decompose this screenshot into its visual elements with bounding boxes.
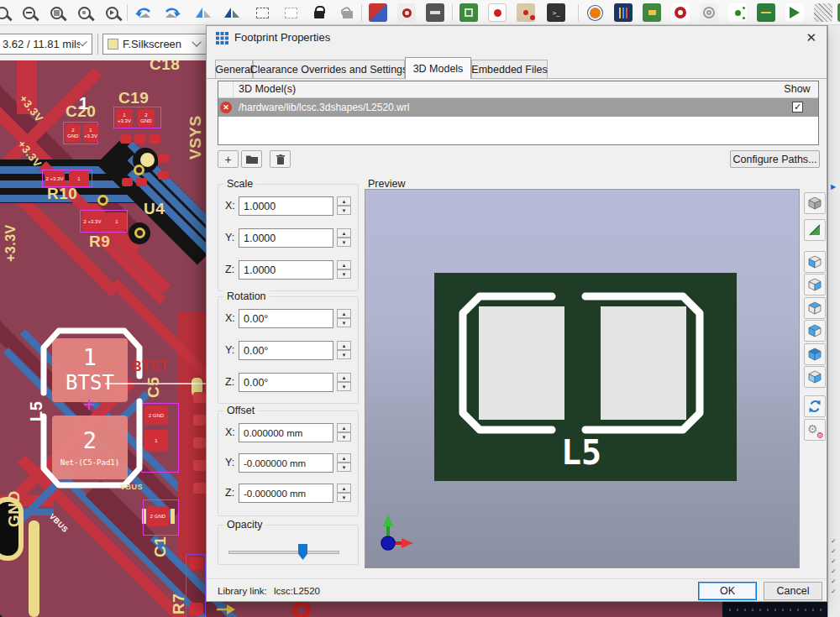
axis-label: Y: bbox=[225, 344, 234, 356]
tab-general[interactable]: General bbox=[215, 60, 253, 79]
model-row[interactable]: ✕ /hardware/lib/lcsc.3dshapes/L2520.wrl … bbox=[218, 98, 818, 117]
tab-embedded-files[interactable]: Embedded Files bbox=[471, 60, 548, 79]
wheel-icon[interactable] bbox=[669, 2, 692, 24]
view-front-button[interactable] bbox=[804, 297, 826, 319]
view-orient-button[interactable] bbox=[804, 192, 826, 214]
cancel-button[interactable]: Cancel bbox=[764, 582, 822, 600]
mesh-icon[interactable] bbox=[811, 2, 835, 24]
spin-up-button[interactable]: ▲ bbox=[337, 423, 351, 432]
ok-button[interactable]: OK bbox=[698, 582, 757, 600]
pcb-edit-icon[interactable] bbox=[457, 2, 480, 24]
tab-pane-line bbox=[207, 78, 827, 79]
preview-3d-viewport[interactable]: L5 bbox=[365, 189, 800, 568]
net-tree-icon[interactable] bbox=[726, 2, 749, 24]
ungroup-icon[interactable] bbox=[279, 2, 302, 24]
blender-icon[interactable] bbox=[583, 2, 606, 24]
spin-down-button[interactable]: ▼ bbox=[337, 318, 351, 327]
terminal-icon[interactable]: >_ bbox=[544, 2, 568, 24]
lock-icon[interactable] bbox=[307, 2, 331, 24]
net-label: VSYS bbox=[186, 115, 205, 159]
pad bbox=[122, 178, 133, 186]
spin-up-button[interactable]: ▲ bbox=[337, 309, 351, 318]
refresh-preview-button[interactable] bbox=[804, 395, 826, 417]
spin-up-button[interactable]: ▲ bbox=[337, 484, 351, 493]
zoom-objects-icon[interactable] bbox=[72, 2, 96, 24]
spin-up-button[interactable]: ▲ bbox=[337, 453, 351, 463]
scale-y-input[interactable]: 1.0000 bbox=[239, 228, 333, 248]
pad bbox=[189, 603, 203, 615]
spin-down-button[interactable]: ▼ bbox=[337, 238, 351, 247]
spin-down-button[interactable]: ▼ bbox=[337, 269, 351, 279]
track-width-select[interactable]: 3.62 / 11.81 mils) bbox=[0, 34, 92, 55]
opacity-slider-handle[interactable] bbox=[298, 544, 307, 560]
pad bbox=[136, 178, 147, 186]
render-settings-icon[interactable] bbox=[612, 2, 635, 24]
zoom-out-icon[interactable] bbox=[17, 2, 40, 24]
flip-board-icon[interactable] bbox=[220, 2, 244, 24]
view-back-button[interactable] bbox=[804, 320, 826, 342]
view-bottom-button[interactable] bbox=[804, 366, 826, 388]
show-checkbox[interactable]: ✓ bbox=[792, 102, 803, 112]
autoroute-icon[interactable] bbox=[514, 2, 538, 24]
axis-label: Y: bbox=[225, 457, 234, 468]
missing-model-icon: ✕ bbox=[220, 102, 232, 113]
configure-paths-button[interactable]: Configure Paths... bbox=[730, 150, 820, 168]
add-model-button[interactable]: + bbox=[218, 150, 239, 168]
spin-down-button[interactable]: ▼ bbox=[337, 206, 351, 215]
layer-value: F.Silkscreen bbox=[123, 38, 181, 50]
view-right-button[interactable] bbox=[804, 274, 826, 295]
redo-icon[interactable] bbox=[160, 2, 184, 24]
pcb-pad-ring bbox=[292, 601, 311, 617]
spin-down-button[interactable]: ▼ bbox=[337, 382, 351, 391]
spin-up-button[interactable]: ▲ bbox=[337, 196, 351, 206]
spin-up-button[interactable]: ▲ bbox=[337, 373, 351, 382]
zoom-in-icon[interactable] bbox=[0, 2, 13, 24]
spin-up-button[interactable]: ▲ bbox=[337, 260, 351, 269]
tab-3d-models[interactable]: 3D Models bbox=[405, 57, 471, 79]
board-body-toggle-button[interactable] bbox=[804, 219, 826, 241]
coil-icon[interactable] bbox=[697, 2, 721, 24]
print-icon[interactable] bbox=[423, 2, 447, 24]
plugin-extra-icon[interactable] bbox=[835, 2, 840, 24]
offset-y-input[interactable]: -0.000000 mm bbox=[239, 453, 333, 473]
dialog-titlebar[interactable]: Footprint Properties ✕ bbox=[207, 26, 827, 50]
spin-up-button[interactable]: ▲ bbox=[337, 341, 351, 350]
rotation-y-input[interactable]: 0.00° bbox=[239, 341, 333, 360]
via-tool-icon[interactable] bbox=[395, 2, 418, 24]
scale-x-input[interactable]: 1.0000 bbox=[239, 196, 333, 216]
ref-label: R10 bbox=[47, 185, 77, 203]
horn-icon[interactable] bbox=[783, 2, 806, 24]
teardrops-icon[interactable] bbox=[366, 2, 390, 24]
board-outline-icon[interactable] bbox=[754, 2, 778, 24]
scale-z-input[interactable]: 1.0000 bbox=[239, 260, 333, 280]
checklist-icon[interactable] bbox=[486, 2, 509, 24]
spin-down-button[interactable]: ▼ bbox=[337, 493, 351, 502]
opacity-slider-track[interactable] bbox=[228, 551, 339, 554]
layer-select[interactable]: F.Silkscreen bbox=[102, 34, 207, 55]
render-settings-button[interactable]: ⚙⚙ bbox=[804, 419, 826, 441]
ref-label: U4 bbox=[144, 200, 165, 218]
offset-z-input[interactable]: -0.000000 mm bbox=[239, 484, 333, 503]
pad-number-label: 1 bbox=[79, 94, 89, 113]
delete-model-button[interactable] bbox=[270, 150, 291, 168]
unlock-icon[interactable] bbox=[336, 2, 360, 24]
view-left-button[interactable] bbox=[804, 251, 826, 273]
pcb-plugin-icon[interactable] bbox=[640, 2, 664, 24]
group-icon[interactable] bbox=[250, 2, 274, 24]
rotation-x-input[interactable]: 0.00° bbox=[239, 309, 333, 328]
play-icon: ▶ bbox=[831, 183, 836, 191]
spin-up-button[interactable]: ▲ bbox=[337, 228, 351, 238]
scale-group: Scale X:1.0000▲▼ Y:1.0000▲▼ Z:1.0000▲▼ bbox=[218, 184, 359, 291]
spin-down-button[interactable]: ▼ bbox=[337, 432, 351, 442]
close-icon[interactable]: ✕ bbox=[806, 30, 816, 45]
undo-icon[interactable] bbox=[132, 2, 155, 24]
offset-x-input[interactable]: 0.000000 mm bbox=[239, 423, 333, 442]
spin-down-button[interactable]: ▼ bbox=[337, 350, 351, 359]
zoom-fit-icon[interactable] bbox=[45, 2, 68, 24]
rotation-z-input[interactable]: 0.00° bbox=[239, 373, 333, 392]
zoom-selection-icon[interactable] bbox=[100, 2, 123, 24]
browse-folder-button[interactable] bbox=[241, 150, 262, 168]
spin-down-button[interactable]: ▼ bbox=[337, 463, 351, 472]
tab-clearance[interactable]: Clearance Overrides and Settings bbox=[253, 60, 405, 79]
flip-view-icon[interactable] bbox=[192, 2, 215, 24]
